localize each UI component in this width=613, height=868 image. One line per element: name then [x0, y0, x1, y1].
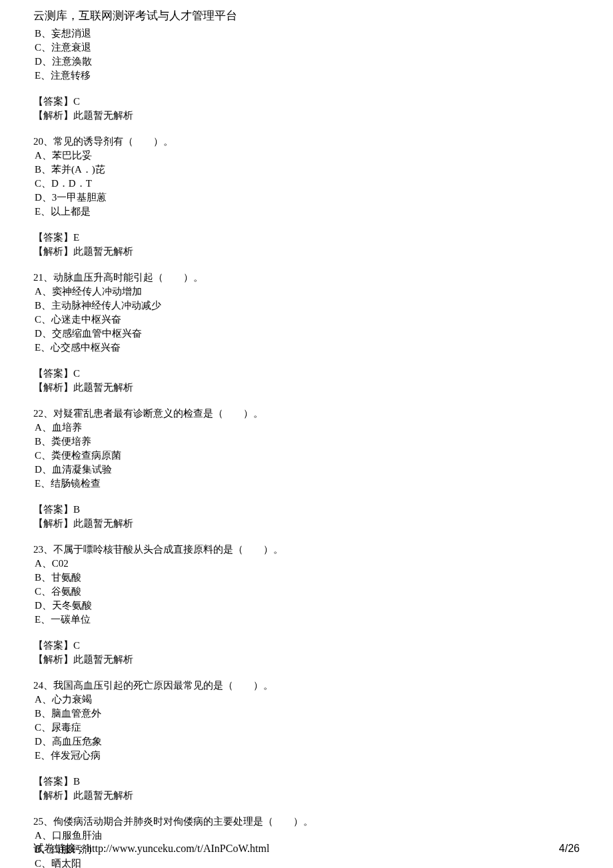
- analysis-label: 【解析】此题暂无解析: [33, 381, 580, 395]
- option: D、高血压危象: [35, 735, 580, 749]
- option: A、苯巴比妥: [35, 149, 580, 163]
- question-block: 20、常见的诱导剂有（ ）。A、苯巴比妥B、苯并(A．)芘C、D．D．TD、3一…: [33, 135, 580, 219]
- option-b: B、妄想消退: [35, 27, 580, 41]
- option: B、甘氨酸: [35, 571, 580, 585]
- option: B、苯并(A．)芘: [35, 163, 580, 177]
- answer-label: 【答案】B: [33, 775, 580, 789]
- answer-block: 【答案】E【解析】此题暂无解析: [33, 231, 580, 259]
- question-stem: 25、佝偻病活动期合并肺炎时对佝偻病的主要处理是（ ）。: [33, 815, 580, 829]
- question-block: 24、我国高血压引起的死亡原因最常见的是（ ）。A、心力衰竭B、脑血管意外C、尿…: [33, 679, 580, 763]
- partial-question: B、妄想消退 C、注意衰退 D、注意涣散 E、注意转移: [33, 27, 580, 83]
- question-stem: 24、我国高血压引起的死亡原因最常见的是（ ）。: [33, 679, 580, 693]
- partial-answer: 【答案】C 【解析】此题暂无解析: [33, 95, 580, 123]
- page-number: 4/26: [559, 841, 580, 856]
- answer-block: 【答案】B【解析】此题暂无解析: [33, 775, 580, 803]
- question-stem: 20、常见的诱导剂有（ ）。: [33, 135, 580, 149]
- option: C、尿毒症: [35, 721, 580, 735]
- question-block: 22、对疑霍乱患者最有诊断意义的检查是（ ）。A、血培养B、粪便培养C、粪便检查…: [33, 407, 580, 491]
- footer-link: 试卷链接：http://www.yunceku.com/t/AInPCoW.ht…: [33, 841, 269, 856]
- option: A、C02: [35, 557, 580, 571]
- option: C、D．D．T: [35, 177, 580, 191]
- option: A、窦神经传人冲动增加: [35, 285, 580, 299]
- option-e: E、注意转移: [35, 69, 580, 83]
- question-stem: 22、对疑霍乱患者最有诊断意义的检查是（ ）。: [33, 407, 580, 421]
- question-block: 21、动脉血压升高时能引起（ ）。A、窦神经传人冲动增加B、主动脉神经传人冲动减…: [33, 271, 580, 355]
- option: E、一碳单位: [35, 613, 580, 627]
- analysis-label: 【解析】此题暂无解析: [33, 789, 580, 803]
- answer-label: 【答案】C: [33, 367, 580, 381]
- answer-label: 【答案】E: [33, 231, 580, 245]
- question-block: 23、不属于嘌呤核苷酸从头合成直接原料的是（ ）。A、C02B、甘氨酸C、谷氨酸…: [33, 543, 580, 627]
- option: C、粪便检查病原菌: [35, 449, 580, 463]
- analysis-label: 【解析】此题暂无解析: [33, 517, 580, 531]
- option: C、谷氨酸: [35, 585, 580, 599]
- option: E、伴发冠心病: [35, 749, 580, 763]
- option: C、晒太阳: [35, 857, 580, 868]
- analysis-label: 【解析】此题暂无解析: [33, 245, 580, 259]
- option: D、交感缩血管中枢兴奋: [35, 327, 580, 341]
- answer-block: 【答案】C【解析】此题暂无解析: [33, 367, 580, 395]
- answer-block: 【答案】B【解析】此题暂无解析: [33, 503, 580, 531]
- analysis-label: 【解析】此题暂无解析: [33, 653, 580, 667]
- option: E、以上都是: [35, 205, 580, 219]
- answer-label: 【答案】C: [33, 639, 580, 653]
- option-c: C、注意衰退: [35, 41, 580, 55]
- option: D、血清凝集试验: [35, 463, 580, 477]
- question-stem: 23、不属于嘌呤核苷酸从头合成直接原料的是（ ）。: [33, 543, 580, 557]
- option: E、心交感中枢兴奋: [35, 341, 580, 355]
- answer-label: 【答案】B: [33, 503, 580, 517]
- analysis-label: 【解析】此题暂无解析: [33, 109, 580, 123]
- answer-label: 【答案】C: [33, 95, 580, 109]
- option: B、主动脉神经传人冲动减少: [35, 299, 580, 313]
- option-d: D、注意涣散: [35, 55, 580, 69]
- option: D、3一甲基胆蒽: [35, 191, 580, 205]
- option: B、粪便培养: [35, 435, 580, 449]
- option: A、心力衰竭: [35, 693, 580, 707]
- option: D、天冬氨酸: [35, 599, 580, 613]
- page-header: 云测库，互联网测评考试与人才管理平台: [33, 8, 580, 24]
- option: B、脑血管意外: [35, 707, 580, 721]
- option: C、心迷走中枢兴奋: [35, 313, 580, 327]
- question-stem: 21、动脉血压升高时能引起（ ）。: [33, 271, 580, 285]
- option: E、结肠镜检查: [35, 477, 580, 491]
- page-footer: 试卷链接：http://www.yunceku.com/t/AInPCoW.ht…: [33, 841, 580, 856]
- answer-block: 【答案】C【解析】此题暂无解析: [33, 639, 580, 667]
- option: A、血培养: [35, 421, 580, 435]
